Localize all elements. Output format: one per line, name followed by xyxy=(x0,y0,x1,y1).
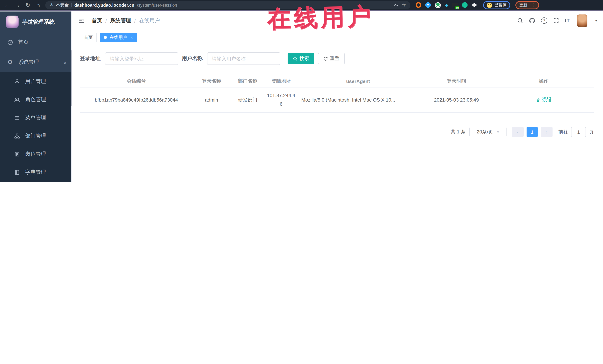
app-window: ← → ↻ ⌂ ⚠ 不安全 dashboard.yudao.iocoder.cn… xyxy=(0,0,603,182)
page-number-1[interactable]: 1 xyxy=(527,127,538,137)
page-content: 登录地址 用户名称 搜索 重置 会话编号 登录名称 xyxy=(72,45,603,137)
browser-back-icon[interactable]: ← xyxy=(4,2,10,8)
breadcrumb-separator: / xyxy=(134,18,136,23)
sidebar-toggle-icon[interactable] xyxy=(78,17,85,24)
extension-gem-icon[interactable]: ◆ xyxy=(445,3,448,7)
user-icon xyxy=(14,78,20,84)
gear-icon: ⚙ xyxy=(7,59,13,65)
browser-update-chip[interactable]: 更新 ⋮ xyxy=(515,1,539,9)
search-icon[interactable] xyxy=(517,17,523,24)
url-divider xyxy=(71,3,72,7)
bookmark-star-icon[interactable]: ☆ xyxy=(402,2,406,8)
help-icon[interactable]: ? xyxy=(541,17,547,24)
next-page-button[interactable]: › xyxy=(541,127,553,137)
username-label: 用户名称 xyxy=(182,55,203,62)
login-time-cell: 2021-05-03 23:05:49 xyxy=(419,97,494,103)
sidebar-item-home[interactable]: 首页 xyxy=(0,32,72,52)
user-agent-cell: Mozilla/5.0 (Macintosh; Intel Mac OS X 1… xyxy=(297,97,419,103)
col-actions: 操作 xyxy=(494,78,594,85)
table-header-row: 会话编号 登录名称 部门名称 登陆地址 userAgent 登录时间 操作 xyxy=(80,75,594,88)
app-title: 芋道管理系统 xyxy=(22,18,55,25)
reset-button[interactable]: 重置 xyxy=(318,53,345,64)
sidebar-item-menu-mgmt[interactable]: 菜单管理 xyxy=(0,109,72,127)
sidebar-item-label: 首页 xyxy=(18,39,29,46)
sidebar-logo[interactable]: 芋道管理系统 xyxy=(0,11,72,32)
sidebar-item-dict-mgmt[interactable]: 字典管理 xyxy=(0,163,72,181)
sidebar-item-system[interactable]: ⚙ 系统管理 ∧ xyxy=(0,52,72,72)
dashboard-icon xyxy=(7,39,13,45)
github-icon[interactable] xyxy=(529,17,535,24)
col-session-id: 会话编号 xyxy=(80,78,193,85)
username-input[interactable] xyxy=(207,52,280,65)
goto-page-input[interactable] xyxy=(571,127,586,137)
extension-blue-icon[interactable] xyxy=(425,2,431,8)
browser-reload-icon[interactable]: ↻ xyxy=(24,2,31,8)
logo-avatar xyxy=(6,16,19,28)
sidebar-scrollbar-thumb[interactable] xyxy=(71,50,72,106)
top-navbar: 首页 / 系统管理 / 在线用户 ? tT ▾ xyxy=(72,11,603,30)
sidebar-item-user-mgmt[interactable]: 用户管理 xyxy=(0,72,72,90)
browser-menu-kebab-icon[interactable]: ⋮ xyxy=(531,3,535,7)
session-id-cell: bfbb1ab79ba849e49fb26ddb56a73044 xyxy=(80,97,193,103)
sidebar-item-label: 岗位管理 xyxy=(25,151,46,157)
list-icon xyxy=(14,115,20,121)
dept-name-cell: 研发部门 xyxy=(230,97,265,103)
book-icon xyxy=(14,169,20,175)
sessions-table: 会话编号 登录名称 部门名称 登陆地址 userAgent 登录时间 操作 bf… xyxy=(80,75,594,113)
profile-paused-label: 已暂停 xyxy=(494,2,507,8)
force-logout-button[interactable]: 强退 xyxy=(536,97,552,103)
page-unit-label: 页 xyxy=(589,129,594,135)
login-address-cell: 101.87.244.46 xyxy=(265,92,297,108)
address-bar[interactable]: ⚠ 不安全 dashboard.yudao.iocoder.cn/system/… xyxy=(45,1,410,9)
not-secure-warning-icon[interactable]: ⚠ xyxy=(50,3,53,7)
goto-label: 前往 xyxy=(558,129,568,135)
sidebar: 芋道管理系统 首页 ⚙ 系统管理 ∧ 用户管理 角 xyxy=(0,11,72,182)
sidebar-item-label: 部门管理 xyxy=(25,132,46,139)
col-login-time: 登录时间 xyxy=(419,78,494,85)
sidebar-item-label: 系统管理 xyxy=(18,59,39,66)
extensions-row: ◆ en xyxy=(416,2,477,8)
browser-toolbar: ← → ↻ ⌂ ⚠ 不安全 dashboard.yudao.iocoder.cn… xyxy=(0,0,603,11)
browser-forward-icon[interactable]: → xyxy=(14,2,21,8)
login-address-label: 登录地址 xyxy=(80,55,101,62)
extension-teal-icon[interactable] xyxy=(462,2,468,8)
tab-label: 首页 xyxy=(84,34,93,41)
breadcrumb-system[interactable]: 系统管理 xyxy=(110,17,131,24)
col-dept-name: 部门名称 xyxy=(230,78,265,85)
login-address-input[interactable] xyxy=(105,52,178,65)
prev-page-button[interactable]: ‹ xyxy=(512,127,524,137)
search-button[interactable]: 搜索 xyxy=(288,53,314,64)
pagination: 共 1 条 20条/页 ∨ ‹ 1 › 前往 页 xyxy=(80,127,594,137)
extensions-puzzle-icon[interactable] xyxy=(472,2,477,8)
profile-paused-chip[interactable]: 已暂停 xyxy=(483,1,510,9)
sidebar-scrollbar-track[interactable] xyxy=(71,11,72,182)
page-size-select[interactable]: 20条/页 ∨ xyxy=(469,127,507,137)
breadcrumb: 首页 / 系统管理 / 在线用户 xyxy=(92,17,160,24)
font-size-icon[interactable]: tT xyxy=(565,18,570,23)
active-tab-dot xyxy=(104,36,107,39)
avatar-caret-down-icon[interactable]: ▾ xyxy=(595,19,597,22)
not-secure-label: 不安全 xyxy=(56,2,69,8)
password-key-icon[interactable] xyxy=(394,2,399,8)
user-avatar[interactable] xyxy=(577,14,587,27)
col-user-agent: userAgent xyxy=(297,78,419,84)
browser-home-icon[interactable]: ⌂ xyxy=(35,2,42,8)
users-icon xyxy=(14,97,20,102)
tab-online-users[interactable]: 在线用户 × xyxy=(100,33,137,42)
extension-translate-icon[interactable]: en xyxy=(452,3,458,7)
id-badge-icon xyxy=(14,151,20,157)
sidebar-item-notice[interactable]: 通知公告 xyxy=(0,181,72,182)
extension-orange-icon[interactable] xyxy=(416,2,421,8)
tab-home[interactable]: 首页 xyxy=(80,33,97,42)
sidebar-item-label: 菜单管理 xyxy=(25,114,46,121)
sidebar-item-dept-mgmt[interactable]: 部门管理 xyxy=(0,127,72,145)
sidebar-item-post-mgmt[interactable]: 岗位管理 xyxy=(0,145,72,163)
sidebar-item-label: 用户管理 xyxy=(25,78,46,85)
fullscreen-icon[interactable] xyxy=(553,17,559,24)
sidebar-item-role-mgmt[interactable]: 角色管理 xyxy=(0,90,72,109)
url-path: /system/user-session xyxy=(137,3,177,7)
close-icon[interactable]: × xyxy=(131,35,133,39)
sidebar-item-label: 字典管理 xyxy=(25,169,46,176)
breadcrumb-home[interactable]: 首页 xyxy=(92,17,102,24)
extension-green-check-icon[interactable] xyxy=(435,2,441,8)
